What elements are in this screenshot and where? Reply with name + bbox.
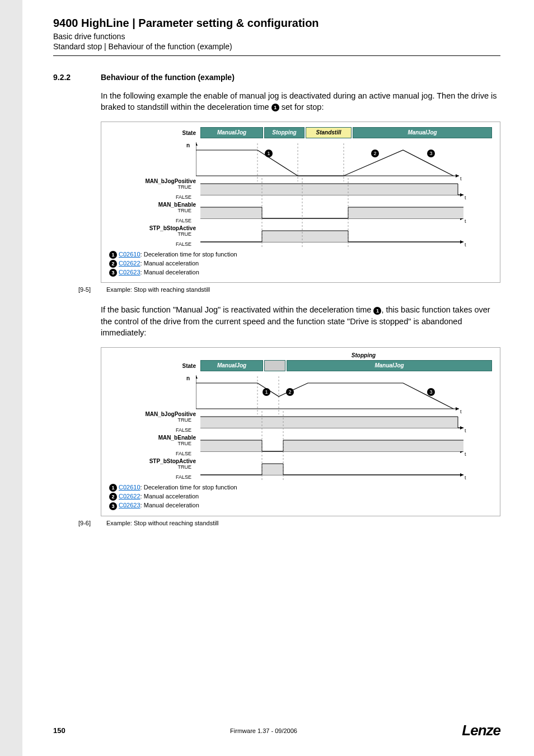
svg-rect-25 (348, 207, 463, 218)
sig3b-plot: t (200, 458, 492, 480)
svg-rect-24 (200, 207, 262, 218)
ref-1b-icon: 1 (373, 307, 381, 315)
sig3-plot: t (200, 225, 492, 248)
footer-page: 150 (53, 726, 65, 735)
footer-logo: Lenze (462, 722, 500, 739)
legend1-text: : Deceleration time for stop function (140, 251, 237, 258)
legend1b-code[interactable]: C02610 (119, 484, 140, 491)
svg-text:3: 3 (429, 389, 432, 395)
sig2b-true: TRUE (109, 441, 196, 446)
sig1-plot: t (200, 178, 492, 200)
legend1b-text: : Deceleration time for stop function (140, 484, 237, 491)
fig2-caption: Example: Stop without reaching standstil… (106, 520, 219, 526)
legend3-code[interactable]: C02623 (119, 269, 140, 276)
svg-text:1: 1 (265, 389, 268, 395)
sig3-name: STP_bStopActive (109, 225, 196, 231)
sig1-true: TRUE (109, 184, 196, 190)
fig2-num: [9-6] (78, 520, 95, 526)
legend2b-text: : Manual acceleration (140, 493, 199, 500)
section-title: Behaviour of the function (example) (101, 73, 235, 82)
sig2-false: FALSE (109, 218, 196, 223)
legend1b-num: 1 (109, 484, 117, 492)
svg-text:2: 2 (373, 151, 376, 156)
svg-text:3: 3 (429, 151, 432, 156)
svg-marker-37 (196, 375, 198, 379)
sig2-name: MAN_bEnable (109, 202, 196, 208)
state-label-1: State (109, 130, 200, 136)
state-stopping-1: Stopping (264, 127, 305, 138)
svg-text:t: t (460, 176, 462, 181)
state-standstill-1: Standstill (306, 127, 352, 138)
state2-stopping (264, 360, 285, 371)
sig2-plot: t (200, 202, 492, 224)
svg-rect-52 (200, 417, 458, 428)
svg-text:t: t (465, 195, 466, 200)
sig2b-plot: t (200, 435, 492, 457)
fig1-caption: Example: Stop with reaching standstill (106, 286, 210, 293)
svg-text:2: 2 (288, 389, 291, 395)
sig1b-plot: t (200, 411, 492, 433)
legend2b-num: 2 (109, 493, 117, 501)
header-sub2: Standard stop | Behaviour of the functio… (53, 42, 500, 51)
para2a: If the basic function "Manual Jog" is re… (101, 305, 373, 314)
svg-rect-65 (262, 464, 283, 475)
diagram-1: State ManualJog Stopping Standstill Manu… (101, 122, 500, 283)
sig1b-false: FALSE (109, 427, 196, 433)
svg-text:t: t (465, 475, 466, 480)
svg-text:t: t (465, 428, 466, 433)
side-tab (0, 0, 22, 756)
stopping-header: Stopping (196, 352, 492, 358)
sig3-true: TRUE (109, 231, 196, 237)
header-sub1: Basic drive functions (53, 32, 500, 41)
footer-mid: Firmware 1.37 - 09/2006 (230, 727, 297, 734)
svg-text:t: t (465, 218, 466, 224)
state-label-2: State (109, 363, 200, 369)
legend2b-code[interactable]: C02622 (119, 493, 140, 500)
state2-manualjog-2: ManualJog (287, 360, 492, 371)
legend3b-code[interactable]: C02623 (119, 502, 140, 508)
legend3b-text: : Manual deceleration (140, 502, 199, 508)
sig1-false: FALSE (109, 194, 196, 200)
para2: If the basic function "Manual Jog" is re… (101, 304, 500, 338)
page-title: 9400 HighLine | Parameter setting & conf… (53, 17, 500, 30)
header-rule (53, 55, 500, 56)
svg-rect-32 (262, 231, 348, 242)
svg-text:1: 1 (267, 151, 270, 156)
legend2-num: 2 (109, 260, 117, 268)
sig2b-name: MAN_bEnable (109, 435, 196, 441)
intro-paragraph: In the following example the enable of m… (101, 90, 500, 113)
sig3-false: FALSE (109, 241, 196, 247)
legend-2: 1 C02610: Deceleration time for stop fun… (109, 484, 492, 510)
sig1-name: MAN_bJogPositive (109, 178, 196, 184)
svg-text:t: t (465, 451, 466, 457)
sig1b-name: MAN_bJogPositive (109, 411, 196, 417)
legend3b-num: 3 (109, 502, 117, 510)
n-label-1: n (186, 142, 190, 148)
sig1b-true: TRUE (109, 417, 196, 423)
sig2-true: TRUE (109, 208, 196, 213)
diagram-2: Stopping State ManualJog ManualJog n t (101, 347, 500, 516)
svg-rect-17 (200, 184, 458, 195)
svg-marker-39 (456, 407, 459, 410)
legend3-num: 3 (109, 269, 117, 277)
para1b: set for stop: (279, 102, 324, 111)
legend1-num: 1 (109, 251, 117, 259)
svg-text:t: t (460, 409, 462, 414)
legend1-code[interactable]: C02610 (119, 251, 140, 258)
sig3b-true: TRUE (109, 464, 196, 470)
state-manualjog-2: ManualJog (353, 127, 492, 138)
svg-rect-58 (200, 440, 262, 451)
section-number: 9.2.2 (53, 73, 101, 82)
svg-rect-59 (283, 440, 463, 451)
legend3-text: : Manual deceleration (140, 269, 199, 276)
legend-1: 1 C02610: Deceleration time for stop fun… (109, 251, 492, 277)
state-manualjog-1: ManualJog (200, 127, 263, 138)
n-label-2: n (186, 375, 190, 381)
fig1-num: [9-5] (78, 286, 95, 293)
sig3b-false: FALSE (109, 474, 196, 480)
legend2-text: : Manual acceleration (140, 260, 199, 267)
speed-chart-1: t 1 2 3 (196, 142, 465, 181)
legend2-code[interactable]: C02622 (119, 260, 140, 267)
svg-marker-3 (456, 174, 459, 178)
speed-chart-2: t 1 2 3 (196, 375, 465, 414)
